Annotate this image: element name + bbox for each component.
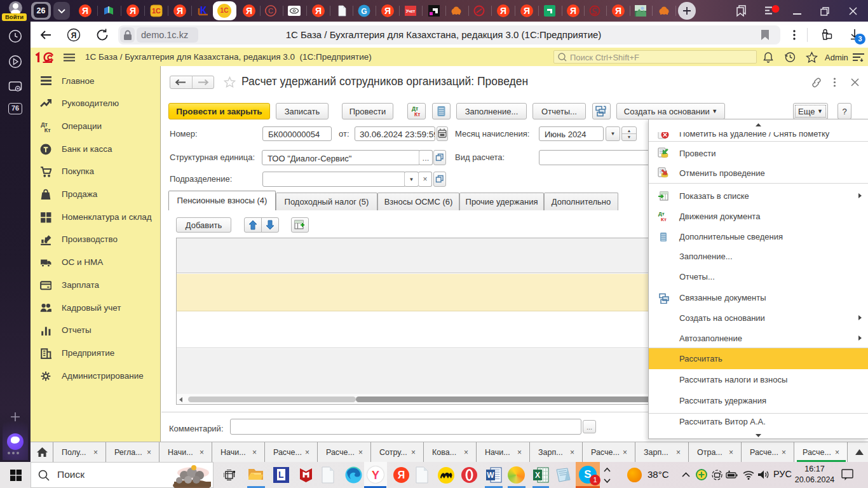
svg-text:G: G: [361, 7, 367, 16]
svg-text:Y: Y: [372, 469, 379, 482]
svg-text:Кт: Кт: [661, 217, 667, 222]
svg-text:C: C: [268, 7, 273, 15]
svg-text:Учет: Учет: [406, 9, 416, 13]
svg-text:W: W: [487, 471, 494, 480]
svg-text:1С: 1С: [152, 7, 161, 15]
svg-text:Кт: Кт: [414, 111, 420, 118]
svg-text:X: X: [535, 471, 540, 480]
svg-text:Кт: Кт: [44, 127, 51, 132]
svg-text:Я: Я: [71, 31, 77, 40]
